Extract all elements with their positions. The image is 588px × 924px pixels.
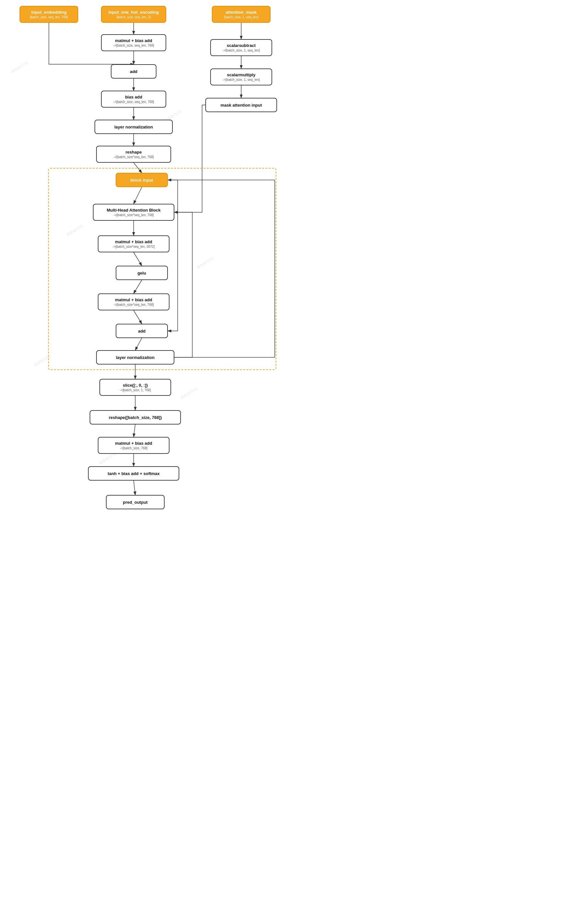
reshape_2-title: reshape([batch_size, 768]) xyxy=(109,415,162,420)
attention_mask-title: attention_mask xyxy=(226,10,257,15)
input_embedding-node: input_embedding[batch_size, seq_len, 768… xyxy=(20,6,78,23)
matmul_bias_4-title: matmul + bias add xyxy=(115,441,152,446)
layer_norm_1-title: layer normalization xyxy=(114,125,153,129)
input_one_hot-title: input_one_hot_encoding xyxy=(109,10,159,15)
multihead_attention-subtitle: ->[batch_size*seq_len, 768] xyxy=(114,213,154,217)
attention_mask-node: attention_mask[batch_size, 1, seq_len] xyxy=(212,6,270,23)
gelu-title: gelu xyxy=(138,271,147,276)
matmul_bias_3-title: matmul + bias add xyxy=(115,297,152,302)
pred_output-title: pred_output xyxy=(123,500,148,505)
add_2-title: add xyxy=(138,328,145,333)
add_2-node: add xyxy=(116,324,168,338)
mask_attention_input-title: mask attention input xyxy=(220,103,262,107)
reshape_1-title: reshape xyxy=(125,150,142,155)
reshape_1-subtitle: ->[batch_size*seq_len, 768] xyxy=(114,155,154,159)
matmul_bias_2-title: matmul + bias add xyxy=(115,239,152,244)
bias_add_1-title: bias add xyxy=(125,94,142,99)
scalarsubtract-subtitle: ->[batch_size, 1, seq_len] xyxy=(222,49,260,52)
matmul_bias_3-node: matmul + bias add->[batch_size*seq_len, … xyxy=(98,294,170,310)
reshape_1-node: reshape->[batch_size*seq_len, 768] xyxy=(96,146,171,163)
add_1-node: add xyxy=(111,64,156,79)
attention_mask-subtitle: [batch_size, 1, seq_len] xyxy=(224,15,258,19)
reshape_2-node: reshape([batch_size, 768]) xyxy=(90,410,181,424)
layer_norm_1-node: layer normalization xyxy=(94,120,173,134)
scalarsubtract-node: scalarsubtract->[batch_size, 1, seq_len] xyxy=(210,39,272,56)
slice-node: slice([:, 0, :])->[batch_size, 1, 768] xyxy=(99,379,171,396)
tanh_softmax-title: tanh + bias add + softmax xyxy=(107,471,160,476)
input_one_hot-node: input_one_hot_encoding[batch_size, seq_l… xyxy=(101,6,166,23)
gelu-node: gelu xyxy=(116,266,168,280)
matmul_bias_2-subtitle: ->[batch_size*seq_len, 3072] xyxy=(112,245,155,248)
slice-subtitle: ->[batch_size, 1, 768] xyxy=(120,388,151,392)
input_embedding-subtitle: [batch_size, seq_len, 768] xyxy=(30,15,68,19)
scalarsubtract-title: scalarsubtract xyxy=(227,43,256,48)
scalarmultiply-node: scalarmultiply->[batch_size, 1, seq_len] xyxy=(210,68,272,86)
layer_norm_2-node: layer normalization xyxy=(96,350,175,365)
slice-title: slice([:, 0, :]) xyxy=(123,383,148,388)
tanh_softmax-node: tanh + bias add + softmax xyxy=(88,466,179,480)
input_one_hot-subtitle: [batch_size, seq_len, 2] xyxy=(116,15,151,19)
matmul_bias_4-node: matmul + bias add->[batch_size, 768] xyxy=(98,437,170,454)
matmul_bias_3-subtitle: ->[batch_size*seq_len, 768] xyxy=(114,303,154,307)
matmul_bias_1-subtitle: ->[batch_size, seq_len, 768] xyxy=(113,44,154,47)
pred_output-node: pred_output xyxy=(106,495,165,509)
input_embedding-title: input_embedding xyxy=(31,10,66,15)
matmul_bias_4-subtitle: ->[batch_size, 768] xyxy=(120,446,148,450)
matmul_bias_2-node: matmul + bias add->[batch_size*seq_len, … xyxy=(98,235,170,252)
bias_add_1-node: bias add->[batch_size, seq_len, 768] xyxy=(101,91,166,107)
scalarmultiply-subtitle: ->[batch_size, 1, seq_len] xyxy=(222,78,260,81)
matmul_bias_1-node: matmul + bias add->[batch_size, seq_len,… xyxy=(101,34,166,51)
bias_add_1-subtitle: ->[batch_size, seq_len, 768] xyxy=(113,100,154,104)
mask_attention_input-node: mask attention input xyxy=(205,98,277,112)
multihead_attention-node: Multi-Head Attention Block->[batch_size*… xyxy=(93,204,175,221)
block_input-title: block input xyxy=(130,178,153,183)
layer_norm_2-title: layer normalization xyxy=(116,355,155,360)
matmul_bias_1-title: matmul + bias add xyxy=(115,38,152,43)
scalarmultiply-title: scalarmultiply xyxy=(227,73,255,77)
multihead_attention-title: Multi-Head Attention Block xyxy=(107,208,161,213)
block_input-node: block input xyxy=(116,173,168,187)
add_1-title: add xyxy=(130,69,137,74)
